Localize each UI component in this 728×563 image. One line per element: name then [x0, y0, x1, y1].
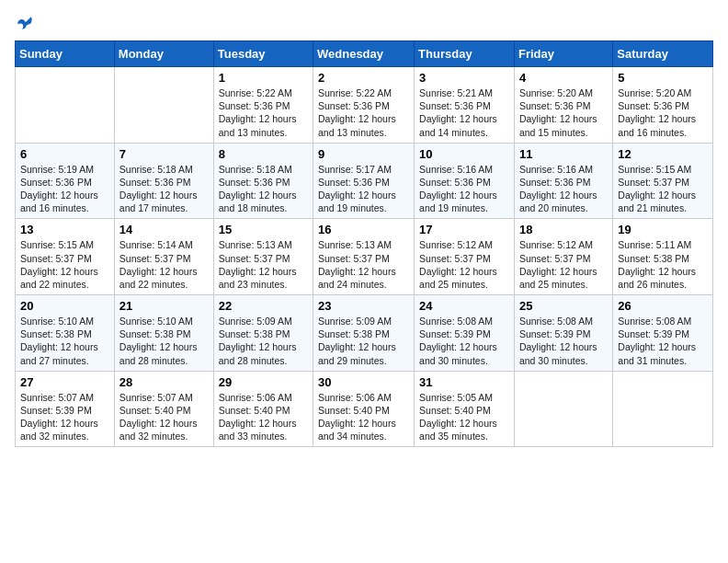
day-number: 17 [419, 223, 509, 236]
calendar-cell: 9Sunrise: 5:17 AMSunset: 5:36 PMDaylight… [313, 143, 415, 219]
day-number: 30 [318, 375, 409, 389]
day-number: 10 [419, 147, 509, 161]
day-number: 23 [318, 299, 409, 313]
weekday-header-monday: Monday [114, 41, 213, 67]
cell-info: Sunrise: 5:15 AMSunset: 5:37 PMDaylight:… [618, 163, 708, 215]
calendar-cell: 23Sunrise: 5:09 AMSunset: 5:38 PMDayligh… [313, 295, 415, 372]
day-number: 6 [20, 147, 109, 161]
calendar-cell: 19Sunrise: 5:11 AMSunset: 5:38 PMDayligh… [613, 219, 713, 295]
cell-info: Sunrise: 5:12 AMSunset: 5:37 PMDaylight:… [419, 238, 509, 291]
calendar-cell: 15Sunrise: 5:13 AMSunset: 5:37 PMDayligh… [213, 219, 313, 295]
day-number: 14 [119, 223, 209, 236]
calendar-cell: 11Sunrise: 5:16 AMSunset: 5:36 PMDayligh… [514, 143, 612, 219]
cell-info: Sunrise: 5:21 AMSunset: 5:36 PMDaylight:… [419, 86, 509, 139]
calendar-cell: 24Sunrise: 5:08 AMSunset: 5:39 PMDayligh… [415, 295, 515, 372]
day-number: 27 [20, 375, 109, 389]
calendar-cell [514, 371, 612, 447]
cell-info: Sunrise: 5:13 AMSunset: 5:37 PMDaylight:… [318, 238, 409, 291]
day-number: 4 [519, 71, 608, 85]
calendar-cell [613, 371, 713, 447]
cell-info: Sunrise: 5:16 AMSunset: 5:36 PMDaylight:… [419, 163, 509, 215]
day-number: 3 [419, 71, 509, 85]
cell-info: Sunrise: 5:06 AMSunset: 5:40 PMDaylight:… [318, 391, 409, 443]
day-number: 8 [219, 147, 308, 161]
day-number: 18 [519, 223, 608, 236]
cell-info: Sunrise: 5:08 AMSunset: 5:39 PMDaylight:… [419, 315, 509, 367]
day-number: 11 [519, 147, 608, 161]
calendar-cell: 29Sunrise: 5:06 AMSunset: 5:40 PMDayligh… [213, 371, 313, 447]
calendar-cell: 16Sunrise: 5:13 AMSunset: 5:37 PMDayligh… [313, 219, 415, 295]
cell-info: Sunrise: 5:14 AMSunset: 5:37 PMDaylight:… [119, 238, 209, 291]
calendar-cell: 25Sunrise: 5:08 AMSunset: 5:39 PMDayligh… [514, 295, 612, 372]
cell-info: Sunrise: 5:16 AMSunset: 5:36 PMDaylight:… [519, 163, 608, 215]
cell-info: Sunrise: 5:06 AMSunset: 5:40 PMDaylight:… [219, 391, 308, 443]
calendar-cell: 1Sunrise: 5:22 AMSunset: 5:36 PMDaylight… [213, 67, 313, 144]
calendar-cell: 5Sunrise: 5:20 AMSunset: 5:36 PMDaylight… [613, 67, 713, 144]
calendar-week-row: 27Sunrise: 5:07 AMSunset: 5:39 PMDayligh… [16, 371, 713, 447]
cell-info: Sunrise: 5:10 AMSunset: 5:38 PMDaylight:… [20, 315, 109, 367]
calendar-table: SundayMondayTuesdayWednesdayThursdayFrid… [15, 40, 713, 447]
calendar-cell: 31Sunrise: 5:05 AMSunset: 5:40 PMDayligh… [415, 371, 515, 447]
weekday-header-tuesday: Tuesday [213, 41, 313, 67]
cell-info: Sunrise: 5:20 AMSunset: 5:36 PMDaylight:… [519, 86, 608, 139]
calendar-cell: 8Sunrise: 5:18 AMSunset: 5:36 PMDaylight… [213, 143, 313, 219]
calendar-week-row: 13Sunrise: 5:15 AMSunset: 5:37 PMDayligh… [16, 219, 713, 295]
cell-info: Sunrise: 5:15 AMSunset: 5:37 PMDaylight:… [20, 238, 109, 291]
calendar-cell: 26Sunrise: 5:08 AMSunset: 5:39 PMDayligh… [613, 295, 713, 372]
day-number: 9 [318, 147, 409, 161]
calendar-cell: 6Sunrise: 5:19 AMSunset: 5:36 PMDaylight… [16, 143, 115, 219]
day-number: 1 [219, 71, 308, 85]
day-number: 7 [119, 147, 209, 161]
cell-info: Sunrise: 5:22 AMSunset: 5:36 PMDaylight:… [219, 86, 308, 139]
calendar-cell: 30Sunrise: 5:06 AMSunset: 5:40 PMDayligh… [313, 371, 415, 447]
day-number: 28 [119, 375, 209, 389]
calendar-body: 1Sunrise: 5:22 AMSunset: 5:36 PMDaylight… [16, 67, 713, 447]
logo-bird-icon [17, 15, 33, 31]
calendar-week-row: 6Sunrise: 5:19 AMSunset: 5:36 PMDaylight… [16, 143, 713, 219]
day-number: 21 [119, 299, 209, 313]
calendar-cell: 27Sunrise: 5:07 AMSunset: 5:39 PMDayligh… [16, 371, 115, 447]
day-number: 24 [419, 299, 509, 313]
cell-info: Sunrise: 5:12 AMSunset: 5:37 PMDaylight:… [519, 238, 608, 291]
cell-info: Sunrise: 5:18 AMSunset: 5:36 PMDaylight:… [119, 163, 209, 215]
cell-info: Sunrise: 5:19 AMSunset: 5:36 PMDaylight:… [20, 163, 109, 215]
day-number: 22 [219, 299, 308, 313]
calendar-cell: 17Sunrise: 5:12 AMSunset: 5:37 PMDayligh… [415, 219, 515, 295]
day-number: 13 [20, 223, 109, 236]
calendar-cell: 13Sunrise: 5:15 AMSunset: 5:37 PMDayligh… [16, 219, 115, 295]
cell-info: Sunrise: 5:09 AMSunset: 5:38 PMDaylight:… [219, 315, 308, 367]
calendar-week-row: 1Sunrise: 5:22 AMSunset: 5:36 PMDaylight… [16, 67, 713, 144]
calendar-cell: 14Sunrise: 5:14 AMSunset: 5:37 PMDayligh… [114, 219, 213, 295]
calendar-cell [16, 67, 115, 144]
weekday-header-sunday: Sunday [16, 41, 115, 67]
cell-info: Sunrise: 5:13 AMSunset: 5:37 PMDaylight:… [219, 238, 308, 291]
weekday-header-wednesday: Wednesday [313, 41, 415, 67]
day-number: 19 [618, 223, 708, 236]
calendar-cell: 28Sunrise: 5:07 AMSunset: 5:40 PMDayligh… [114, 371, 213, 447]
calendar-cell: 21Sunrise: 5:10 AMSunset: 5:38 PMDayligh… [114, 295, 213, 372]
cell-info: Sunrise: 5:09 AMSunset: 5:38 PMDaylight:… [318, 315, 409, 367]
calendar-cell: 12Sunrise: 5:15 AMSunset: 5:37 PMDayligh… [613, 143, 713, 219]
logo [15, 15, 33, 31]
calendar-cell: 20Sunrise: 5:10 AMSunset: 5:38 PMDayligh… [16, 295, 115, 372]
day-number: 12 [618, 147, 708, 161]
calendar-week-row: 20Sunrise: 5:10 AMSunset: 5:38 PMDayligh… [16, 295, 713, 372]
calendar-cell: 2Sunrise: 5:22 AMSunset: 5:36 PMDaylight… [313, 67, 415, 144]
calendar-cell: 4Sunrise: 5:20 AMSunset: 5:36 PMDaylight… [514, 67, 612, 144]
page-header [15, 15, 713, 31]
calendar-cell: 3Sunrise: 5:21 AMSunset: 5:36 PMDaylight… [415, 67, 515, 144]
cell-info: Sunrise: 5:07 AMSunset: 5:40 PMDaylight:… [119, 391, 209, 443]
cell-info: Sunrise: 5:22 AMSunset: 5:36 PMDaylight:… [318, 86, 409, 139]
calendar-cell: 18Sunrise: 5:12 AMSunset: 5:37 PMDayligh… [514, 219, 612, 295]
day-number: 26 [618, 299, 708, 313]
cell-info: Sunrise: 5:07 AMSunset: 5:39 PMDaylight:… [20, 391, 109, 443]
cell-info: Sunrise: 5:08 AMSunset: 5:39 PMDaylight:… [519, 315, 608, 367]
cell-info: Sunrise: 5:08 AMSunset: 5:39 PMDaylight:… [618, 315, 708, 367]
day-number: 16 [318, 223, 409, 236]
calendar-cell: 7Sunrise: 5:18 AMSunset: 5:36 PMDaylight… [114, 143, 213, 219]
weekday-header-thursday: Thursday [415, 41, 515, 67]
day-number: 25 [519, 299, 608, 313]
cell-info: Sunrise: 5:05 AMSunset: 5:40 PMDaylight:… [419, 391, 509, 443]
weekday-header-friday: Friday [514, 41, 612, 67]
day-number: 31 [419, 375, 509, 389]
